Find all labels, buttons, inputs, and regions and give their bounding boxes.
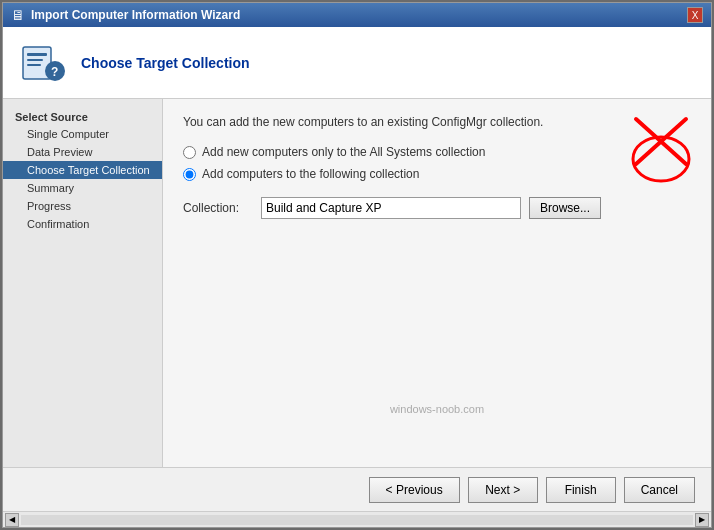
sidebar-item-data-preview[interactable]: Data Preview — [3, 143, 162, 161]
radio-following-collection[interactable] — [183, 168, 196, 181]
header-panel: ? Choose Target Collection — [3, 27, 711, 99]
title-bar-icon: 🖥 — [11, 7, 25, 23]
sidebar-item-confirmation[interactable]: Confirmation — [3, 215, 162, 233]
previous-button[interactable]: < Previous — [369, 477, 460, 503]
close-button[interactable]: X — [687, 7, 703, 23]
cancel-button[interactable]: Cancel — [624, 477, 695, 503]
collection-label: Collection: — [183, 201, 253, 215]
finish-button[interactable]: Finish — [546, 477, 616, 503]
svg-rect-1 — [27, 53, 47, 56]
main-wrapper: You can add the new computers to an exis… — [163, 99, 711, 467]
scroll-left-arrow[interactable]: ◀ — [5, 513, 19, 527]
header-wizard-icon: ? — [19, 39, 67, 87]
scroll-track[interactable] — [21, 515, 693, 525]
footer-bar: < Previous Next > Finish Cancel — [3, 467, 711, 511]
description-text: You can add the new computers to an exis… — [183, 115, 691, 129]
sidebar-item-single-computer[interactable]: Single Computer — [3, 125, 162, 143]
sidebar: Select Source Single Computer Data Previ… — [3, 99, 163, 467]
radio-group: Add new computers only to the All System… — [183, 145, 691, 181]
title-bar: 🖥 Import Computer Information Wizard X — [3, 3, 711, 27]
main-content: You can add the new computers to an exis… — [163, 99, 711, 467]
radio-all-systems[interactable] — [183, 146, 196, 159]
title-bar-left: 🖥 Import Computer Information Wizard — [11, 7, 240, 23]
browse-button[interactable]: Browse... — [529, 197, 601, 219]
radio-row-2: Add computers to the following collectio… — [183, 167, 691, 181]
wizard-window: 🖥 Import Computer Information Wizard X ?… — [2, 2, 712, 528]
header-title: Choose Target Collection — [81, 55, 250, 71]
svg-rect-2 — [27, 59, 43, 61]
sidebar-item-choose-target[interactable]: Choose Target Collection — [3, 161, 162, 179]
next-button[interactable]: Next > — [468, 477, 538, 503]
collection-row: Collection: Browse... — [183, 197, 691, 219]
svg-rect-3 — [27, 64, 41, 66]
collection-input[interactable] — [261, 197, 521, 219]
sidebar-section-title: Select Source — [3, 107, 162, 125]
radio-row-1: Add new computers only to the All System… — [183, 145, 691, 159]
content-area: Select Source Single Computer Data Previ… — [3, 99, 711, 467]
svg-text:?: ? — [51, 65, 58, 79]
sidebar-item-progress[interactable]: Progress — [3, 197, 162, 215]
scrollbar-bottom: ◀ ▶ — [3, 511, 711, 527]
scroll-right-arrow[interactable]: ▶ — [695, 513, 709, 527]
radio-following-collection-label: Add computers to the following collectio… — [202, 167, 419, 181]
radio-all-systems-label: Add new computers only to the All System… — [202, 145, 485, 159]
sidebar-item-summary[interactable]: Summary — [3, 179, 162, 197]
window-title: Import Computer Information Wizard — [31, 8, 240, 22]
